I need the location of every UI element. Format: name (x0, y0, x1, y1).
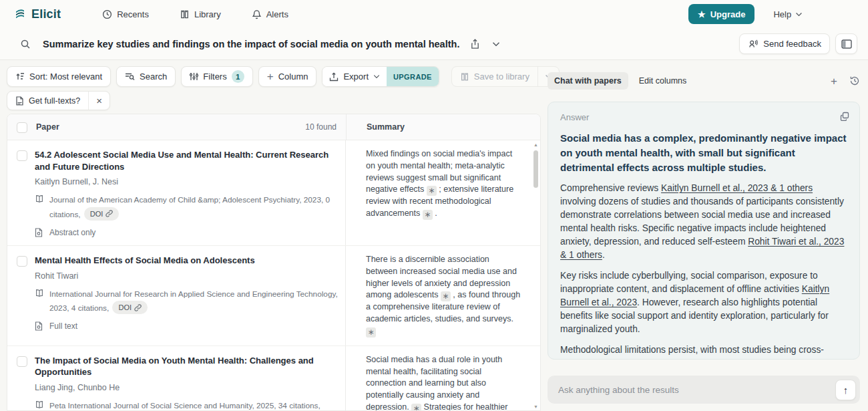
results-toolbar: Sort: Most relevant Search Filters 1 + C… (7, 66, 560, 87)
answer-card: Answer Social media has a complex, predo… (548, 102, 860, 360)
nav-alerts[interactable]: Alerts (252, 9, 288, 19)
paper-meta: Journal of the American Academy of Child… (35, 194, 339, 221)
nav-alerts-label: Alerts (266, 9, 288, 19)
close-icon[interactable]: × (88, 92, 110, 110)
export-upgrade-badge: UPGRADE (387, 67, 439, 86)
paper-cell: 54.2 Adolescent Social Media Use and Men… (7, 140, 346, 245)
row-checkbox[interactable] (17, 256, 27, 267)
citation-link[interactable]: Kaitlyn Burnell et al., 2023 (560, 284, 829, 307)
access-status: Abstract only (35, 227, 339, 237)
document-icon (35, 321, 44, 331)
citation-star[interactable]: ∗ (411, 404, 421, 411)
summary-cell: There is a discernible association betwe… (346, 246, 540, 346)
access-label: Full text (49, 321, 77, 331)
tab-edit-columns[interactable]: Edit columns (632, 72, 694, 90)
citation-star[interactable]: ∗ (423, 210, 433, 220)
history-icon[interactable] (849, 76, 860, 86)
sort-label: Sort: Most relevant (29, 72, 102, 82)
chevron-down-icon[interactable] (492, 41, 500, 47)
paper-authors: Rohit Tiwari (35, 271, 339, 281)
top-navbar: Elicit Recents Library Alerts ★ Upgrade (0, 0, 868, 28)
chevron-down-icon (795, 12, 803, 17)
results-table: Paper 10 found Summary 54.2 Adolescent S… (7, 114, 541, 411)
new-chat-icon[interactable]: + (831, 76, 837, 87)
row-checkbox[interactable] (17, 356, 27, 367)
search-icon (20, 39, 31, 49)
tab-chat-with-papers[interactable]: Chat with papers (548, 72, 628, 90)
journal-text: Peta International Journal of Social Sci… (49, 400, 339, 411)
ask-input-placeholder: Ask anything about the results (558, 385, 679, 395)
table-header: Paper 10 found Summary (7, 114, 540, 140)
citation-star[interactable]: ∗ (441, 291, 451, 301)
filters-label: Filters (203, 72, 226, 82)
plus-icon: + (267, 71, 274, 82)
citation-star[interactable]: ∗ (366, 327, 376, 337)
select-all-checkbox[interactable] (17, 122, 27, 133)
citation-link[interactable]: Kaitlyn Burnell et al., 2023 & 1 others (661, 183, 813, 193)
get-fulltexts-label: Get full-texts? (29, 96, 80, 106)
table-row[interactable]: 54.2 Adolescent Social Media Use and Men… (7, 140, 540, 246)
save-to-library-button[interactable]: Save to library (451, 66, 560, 87)
ask-input[interactable]: Ask anything about the results ↑ (548, 376, 860, 404)
export-button[interactable]: Export UPGRADE (322, 66, 439, 87)
answer-paragraph: Key risks include cyberbullying, social … (560, 269, 847, 336)
sort-icon (15, 72, 25, 81)
chevron-down-icon (373, 74, 380, 79)
upgrade-button[interactable]: ★ Upgrade (688, 4, 754, 24)
table-row[interactable]: The Impact of Social Media on Youth Ment… (7, 346, 540, 411)
access-label: Abstract only (49, 228, 95, 237)
filters-button[interactable]: Filters 1 (181, 66, 252, 87)
paper-title[interactable]: 54.2 Adolescent Social Media Use and Men… (35, 149, 339, 172)
paper-title[interactable]: Mental Health Effects of Social Media on… (35, 255, 339, 267)
send-button[interactable]: ↑ (835, 380, 856, 400)
table-row[interactable]: Mental Health Effects of Social Media on… (7, 246, 540, 346)
help-menu[interactable]: Help (773, 9, 803, 19)
link-icon (134, 304, 142, 311)
scrollbar-thumb[interactable] (533, 150, 538, 188)
send-feedback-button[interactable]: Send feedback (739, 33, 830, 54)
scroll-down-icon[interactable]: ▼ (532, 404, 539, 409)
scroll-up-icon[interactable]: ▲ (532, 142, 539, 147)
star-icon: ★ (698, 9, 706, 19)
answer-label: Answer (560, 112, 847, 122)
citation-star[interactable]: ∗ (427, 186, 437, 196)
brand-name: Elicit (31, 7, 61, 21)
summary-cell: Mixed findings on social media's impact … (346, 140, 540, 245)
journal-icon (35, 289, 44, 315)
search-button-label: Search (140, 72, 167, 82)
layout-panel-icon (841, 39, 852, 49)
paper-meta: Peta International Journal of Social Sci… (35, 400, 339, 411)
answer-paragraphs: Comprehensive reviews Kaitlyn Burnell et… (560, 182, 847, 360)
bell-icon (252, 9, 262, 19)
journal-text: Journal of the American Academy of Child… (49, 194, 339, 221)
paper-authors: Liang Jing, Chunbo He (35, 383, 339, 392)
answer-paragraph: Methodological limitations persist, with… (560, 344, 847, 360)
citation-link[interactable]: Rohit Tiwari et al., 2023 & 1 others (560, 237, 844, 260)
elicit-logo[interactable]: Elicit (13, 7, 61, 21)
toggle-panel-button[interactable] (835, 33, 857, 54)
nav-library[interactable]: Library (180, 9, 221, 19)
nav-recents[interactable]: Recents (102, 9, 149, 19)
chat-panel: Chat with papers Edit columns + Answer S… (548, 71, 860, 404)
library-icon (180, 9, 190, 19)
filters-count-badge: 1 (232, 70, 244, 83)
copy-icon[interactable] (840, 112, 849, 121)
filters-icon (190, 72, 198, 81)
search-results-button[interactable]: Search (116, 66, 176, 87)
doi-link[interactable]: DOI (112, 301, 148, 314)
megaphone-icon (748, 39, 758, 49)
library-icon (460, 72, 469, 82)
table-scrollbar[interactable]: ▲ ▼ (532, 140, 539, 411)
access-status: Full text (35, 321, 339, 331)
get-fulltexts-chip[interactable]: Get full-texts? × (7, 91, 110, 110)
sort-button[interactable]: Sort: Most relevant (7, 66, 111, 87)
share-icon[interactable] (470, 39, 480, 49)
query-text[interactable]: Summarize key studies and findings on th… (43, 39, 459, 49)
add-column-button[interactable]: + Column (258, 66, 317, 87)
row-checkbox[interactable] (17, 150, 27, 161)
paper-cell: Mental Health Effects of Social Media on… (7, 246, 346, 346)
save-to-library-label: Save to library (474, 72, 529, 82)
doi-link[interactable]: DOI (84, 207, 120, 221)
query-bar: Summarize key studies and findings on th… (0, 28, 868, 60)
paper-title[interactable]: The Impact of Social Media on Youth Ment… (35, 355, 339, 378)
